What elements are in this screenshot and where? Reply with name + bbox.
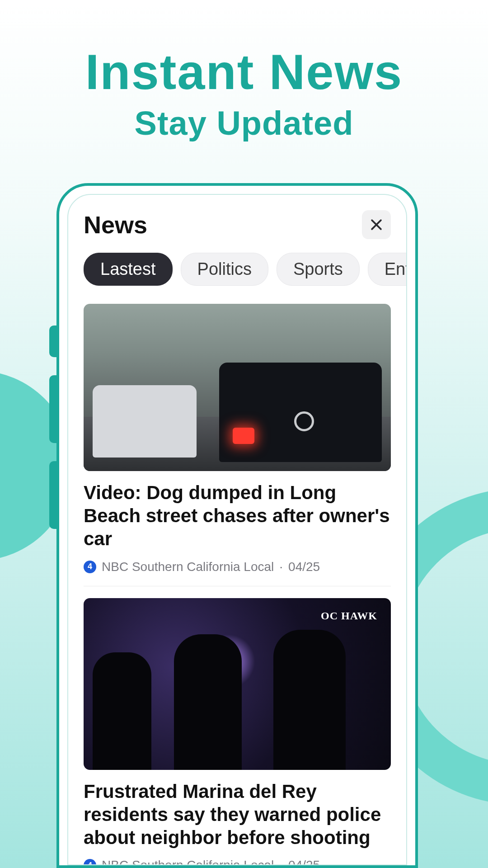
thumbnail-watermark: OC HAWK — [321, 610, 377, 622]
article-meta: 4 NBC Southern California Local · 04/25 — [84, 560, 391, 574]
meta-separator: · — [279, 560, 283, 574]
source-icon: 4 — [84, 561, 96, 573]
article-headline: Frustrated Marina del Rey residents say … — [84, 780, 391, 849]
news-header: News — [68, 195, 406, 245]
article-thumbnail: OC HAWK — [84, 598, 391, 770]
article-card[interactable]: Video: Dog dumped in Long Beach street c… — [84, 304, 391, 586]
article-source: NBC Southern California Local — [102, 858, 274, 865]
article-source: NBC Southern California Local — [102, 560, 274, 574]
tab-politics[interactable]: Politics — [181, 253, 268, 286]
promo-subtitle: Stay Updated — [0, 104, 488, 142]
promo-title: Instant News — [0, 43, 488, 100]
close-button[interactable] — [362, 210, 391, 239]
phone-frame: News Lastest Politics Sports Entertainme… — [56, 183, 418, 868]
phone-screen: News Lastest Politics Sports Entertainme… — [67, 194, 407, 865]
article-card[interactable]: OC HAWK Frustrated Marina del Rey reside… — [84, 598, 391, 865]
close-icon — [369, 217, 384, 232]
page-title: News — [84, 211, 147, 239]
meta-separator: · — [279, 858, 283, 865]
source-icon: 4 — [84, 859, 96, 865]
category-tabs: Lastest Politics Sports Entertainment — [68, 245, 406, 294]
article-meta: 4 NBC Southern California Local · 04/25 — [84, 858, 391, 865]
article-date: 04/25 — [288, 560, 320, 574]
tab-sports[interactable]: Sports — [277, 253, 360, 286]
article-headline: Video: Dog dumped in Long Beach street c… — [84, 481, 391, 551]
article-date: 04/25 — [288, 858, 320, 865]
article-thumbnail — [84, 304, 391, 471]
tab-latest[interactable]: Lastest — [84, 253, 173, 286]
tab-entertainment[interactable]: Entertainment — [368, 253, 406, 286]
article-list: Video: Dog dumped in Long Beach street c… — [68, 294, 406, 865]
